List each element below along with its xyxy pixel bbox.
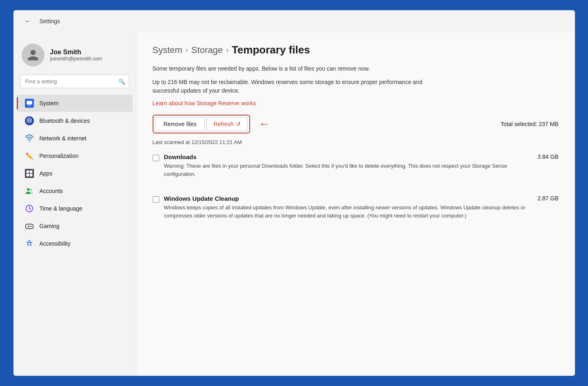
downloads-desc: Warning: These are files in your persona… [164,163,507,177]
system-icon [25,99,34,108]
content-area: Joe Smith joesmith@joesmith.com 🔍 System [13,32,575,376]
file-info-windows-update: Windows Update Cleanup Windows keeps cop… [164,195,531,220]
arrow-indicator: ← [258,118,270,131]
sidebar-item-bluetooth-label: Bluetooth & devices [40,118,90,124]
accounts-icon [25,186,34,195]
breadcrumb-sep1: › [186,46,188,54]
svg-rect-0 [27,101,32,104]
sidebar: Joe Smith joesmith@joesmith.com 🔍 System [13,32,136,376]
sidebar-item-accessibility[interactable]: Accessibility [17,235,133,252]
sidebar-item-accounts[interactable]: Accounts [17,182,133,200]
refresh-label: Refresh [213,121,233,127]
title-bar-label: Settings [40,18,60,24]
svg-rect-2 [26,171,29,173]
downloads-size: 3.84 GB [531,153,558,160]
user-profile: Joe Smith joesmith@joesmith.com [13,39,136,75]
windows-update-name: Windows Update Cleanup [164,195,531,202]
gaming-icon [25,222,34,231]
apps-icon [25,169,34,178]
user-name: Joe Smith [50,49,102,56]
breadcrumb-system: System [153,45,182,55]
title-bar: ← Settings [13,10,575,32]
sidebar-item-system-label: System [40,100,59,106]
windows-update-checkbox[interactable] [153,196,159,203]
file-item-downloads: Downloads Warning: These are files in yo… [153,153,559,187]
sidebar-item-gaming[interactable]: Gaming [17,217,133,235]
windows-update-size: 2.87 GB [531,195,558,202]
sidebar-item-bluetooth[interactable]: Ⓗ Bluetooth & devices [17,112,133,129]
refresh-button[interactable]: Refresh ↺ [206,117,248,131]
sidebar-item-network-label: Network & internet [40,135,87,142]
breadcrumb-sep2: › [226,46,229,54]
avatar [22,44,44,67]
downloads-checkbox[interactable] [153,155,159,161]
svg-rect-3 [29,171,32,173]
sidebar-nav: System Ⓗ Bluetooth & devices Network & i… [13,95,136,252]
action-bar: Remove files Refresh ↺ ← Total selected:… [153,115,559,133]
back-button[interactable]: ← [22,16,35,27]
sidebar-item-network[interactable]: Network & internet [17,130,133,147]
downloads-name: Downloads [164,153,531,160]
sidebar-item-personalization[interactable]: ✏️ Personalization [17,147,133,164]
sidebar-item-accounts-label: Accounts [40,188,63,194]
network-icon [25,134,34,143]
action-buttons-box: Remove files Refresh ↺ [153,115,251,133]
sidebar-item-time[interactable]: Time & language [17,200,133,217]
bluetooth-icon: Ⓗ [25,116,34,125]
description2: Up to 216 MB may not be reclaimable. Win… [153,78,430,95]
sidebar-item-system[interactable]: System [17,95,133,112]
file-header-left-downloads: Downloads Warning: These are files in yo… [153,153,531,178]
refresh-icon: ↺ [236,121,241,127]
svg-rect-4 [26,174,29,177]
file-header-downloads: Downloads Warning: These are files in yo… [153,153,559,178]
last-scanned: Last scanned at 12/15/2022 11:21 AM [153,139,559,145]
file-item-windows-update: Windows Update Cleanup Windows keeps cop… [153,195,559,228]
svg-point-6 [27,188,29,191]
svg-point-1 [29,140,30,142]
sidebar-item-personalization-label: Personalization [40,153,79,159]
breadcrumb-current: Temporary files [232,44,310,56]
personalization-icon: ✏️ [25,151,34,160]
file-header-windows-update: Windows Update Cleanup Windows keeps cop… [153,195,559,220]
settings-window: ← Settings Joe Smith joesmith@joesmith.c… [13,9,576,377]
file-header-left-windows-update: Windows Update Cleanup Windows keeps cop… [153,195,531,220]
user-icon [27,49,40,62]
svg-point-10 [29,240,30,242]
search-box: 🔍 [20,75,129,88]
file-info-downloads: Downloads Warning: These are files in yo… [164,153,531,178]
time-icon [25,204,34,213]
search-input[interactable] [20,75,129,88]
remove-files-button[interactable]: Remove files [155,117,205,131]
sidebar-item-accessibility-label: Accessibility [40,240,71,247]
main-content: System › Storage › Temporary files Some … [136,32,575,376]
sidebar-item-apps[interactable]: Apps [17,165,133,182]
sidebar-item-gaming-label: Gaming [40,223,60,229]
search-icon: 🔍 [118,78,125,85]
breadcrumb: System › Storage › Temporary files [153,44,559,56]
description1: Some temporary files are needed by apps.… [153,64,430,73]
breadcrumb-storage: Storage [191,45,223,55]
user-email: joesmith@joesmith.com [50,56,102,62]
windows-update-desc: Windows keeps copies of all installed up… [164,204,526,219]
learn-link[interactable]: Learn about how Storage Reserve works [153,100,559,106]
svg-rect-5 [29,174,32,177]
svg-point-7 [30,189,32,191]
user-info: Joe Smith joesmith@joesmith.com [50,49,102,62]
sidebar-item-apps-label: Apps [40,170,53,177]
accessibility-icon [25,239,34,248]
total-selected: Total selected: 237 MB [501,121,559,127]
sidebar-item-time-label: Time & language [40,205,82,212]
